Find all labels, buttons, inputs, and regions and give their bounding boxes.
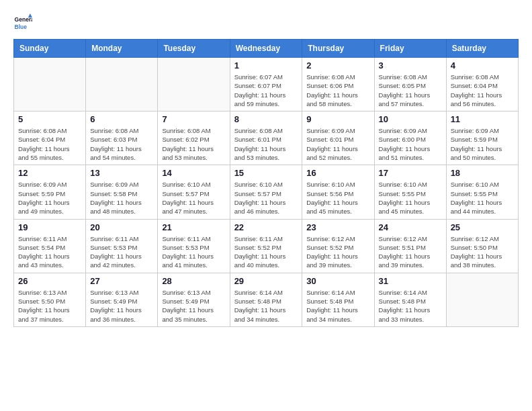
calendar-week-4: 19Sunrise: 6:11 AM Sunset: 5:54 PM Dayli… [14, 219, 519, 273]
day-number: 14 [162, 168, 225, 178]
day-detail: Sunrise: 6:11 AM Sunset: 5:54 PM Dayligh… [18, 234, 81, 270]
day-number: 20 [90, 222, 153, 232]
day-number: 12 [18, 168, 81, 178]
day-detail: Sunrise: 6:14 AM Sunset: 5:48 PM Dayligh… [234, 288, 298, 324]
day-number: 7 [162, 114, 225, 124]
day-number: 15 [234, 168, 298, 178]
day-number: 16 [306, 168, 369, 178]
day-number: 24 [379, 222, 442, 232]
calendar-cell: 14Sunrise: 6:10 AM Sunset: 5:57 PM Dayli… [158, 165, 230, 219]
day-detail: Sunrise: 6:09 AM Sunset: 5:59 PM Dayligh… [18, 180, 81, 216]
calendar-cell: 8Sunrise: 6:08 AM Sunset: 6:01 PM Daylig… [230, 111, 302, 165]
day-number: 1 [234, 60, 298, 71]
day-detail: Sunrise: 6:08 AM Sunset: 6:06 PM Dayligh… [306, 73, 369, 108]
weekday-header-row: SundayMondayTuesdayWednesdayThursdayFrid… [14, 40, 519, 58]
day-number: 10 [379, 114, 442, 124]
calendar-cell: 12Sunrise: 6:09 AM Sunset: 5:59 PM Dayli… [14, 165, 86, 219]
day-detail: Sunrise: 6:08 AM Sunset: 6:04 PM Dayligh… [451, 73, 514, 108]
day-number: 13 [90, 168, 153, 178]
calendar-cell: 24Sunrise: 6:12 AM Sunset: 5:51 PM Dayli… [374, 219, 446, 273]
calendar-cell: 23Sunrise: 6:12 AM Sunset: 5:52 PM Dayli… [302, 219, 374, 273]
svg-text:Blue: Blue [15, 24, 28, 30]
day-detail: Sunrise: 6:09 AM Sunset: 6:00 PM Dayligh… [379, 126, 442, 162]
day-number: 6 [90, 114, 153, 124]
day-detail: Sunrise: 6:08 AM Sunset: 6:05 PM Dayligh… [379, 73, 442, 108]
day-number: 19 [18, 222, 81, 232]
calendar-cell [14, 58, 86, 111]
day-detail: Sunrise: 6:08 AM Sunset: 6:01 PM Dayligh… [234, 126, 298, 162]
day-detail: Sunrise: 6:13 AM Sunset: 5:49 PM Dayligh… [90, 288, 153, 324]
calendar-cell: 9Sunrise: 6:09 AM Sunset: 6:01 PM Daylig… [302, 111, 374, 165]
calendar-cell: 20Sunrise: 6:11 AM Sunset: 5:53 PM Dayli… [86, 219, 158, 273]
day-detail: Sunrise: 6:14 AM Sunset: 5:48 PM Dayligh… [379, 288, 442, 324]
day-number: 4 [451, 60, 514, 71]
day-number: 8 [234, 114, 298, 124]
logo: General Blue [13, 13, 35, 32]
day-detail: Sunrise: 6:08 AM Sunset: 6:04 PM Dayligh… [18, 126, 81, 162]
calendar-week-3: 12Sunrise: 6:09 AM Sunset: 5:59 PM Dayli… [14, 165, 519, 219]
calendar-cell: 7Sunrise: 6:08 AM Sunset: 6:02 PM Daylig… [158, 111, 230, 165]
day-number: 17 [379, 168, 442, 178]
day-number: 27 [90, 276, 153, 286]
calendar-cell: 25Sunrise: 6:12 AM Sunset: 5:50 PM Dayli… [446, 219, 518, 273]
calendar-cell: 3Sunrise: 6:08 AM Sunset: 6:05 PM Daylig… [374, 58, 446, 111]
day-detail: Sunrise: 6:09 AM Sunset: 6:01 PM Dayligh… [306, 126, 369, 162]
day-detail: Sunrise: 6:13 AM Sunset: 5:49 PM Dayligh… [162, 288, 225, 324]
calendar-cell [86, 58, 158, 111]
calendar-cell: 17Sunrise: 6:10 AM Sunset: 5:55 PM Dayli… [374, 165, 446, 219]
calendar-cell: 18Sunrise: 6:10 AM Sunset: 5:55 PM Dayli… [446, 165, 518, 219]
weekday-header-saturday: Saturday [446, 40, 518, 58]
calendar-cell [446, 273, 518, 326]
day-detail: Sunrise: 6:11 AM Sunset: 5:53 PM Dayligh… [162, 234, 225, 270]
calendar-cell: 1Sunrise: 6:07 AM Sunset: 6:07 PM Daylig… [230, 58, 302, 111]
calendar-cell: 27Sunrise: 6:13 AM Sunset: 5:49 PM Dayli… [86, 273, 158, 326]
day-detail: Sunrise: 6:08 AM Sunset: 6:03 PM Dayligh… [90, 126, 153, 162]
day-detail: Sunrise: 6:10 AM Sunset: 5:56 PM Dayligh… [306, 180, 369, 216]
calendar-cell: 2Sunrise: 6:08 AM Sunset: 6:06 PM Daylig… [302, 58, 374, 111]
day-detail: Sunrise: 6:08 AM Sunset: 6:02 PM Dayligh… [162, 126, 225, 162]
calendar-cell: 29Sunrise: 6:14 AM Sunset: 5:48 PM Dayli… [230, 273, 302, 326]
day-number: 28 [162, 276, 225, 286]
calendar-cell: 5Sunrise: 6:08 AM Sunset: 6:04 PM Daylig… [14, 111, 86, 165]
calendar-cell: 10Sunrise: 6:09 AM Sunset: 6:00 PM Dayli… [374, 111, 446, 165]
calendar-cell: 16Sunrise: 6:10 AM Sunset: 5:56 PM Dayli… [302, 165, 374, 219]
day-detail: Sunrise: 6:09 AM Sunset: 5:59 PM Dayligh… [451, 126, 514, 162]
day-number: 2 [306, 60, 369, 71]
day-number: 18 [451, 168, 514, 178]
calendar-week-1: 1Sunrise: 6:07 AM Sunset: 6:07 PM Daylig… [14, 58, 519, 111]
day-number: 26 [18, 276, 81, 286]
weekday-header-friday: Friday [374, 40, 446, 58]
calendar-cell: 26Sunrise: 6:13 AM Sunset: 5:50 PM Dayli… [14, 273, 86, 326]
calendar-cell: 28Sunrise: 6:13 AM Sunset: 5:49 PM Dayli… [158, 273, 230, 326]
day-detail: Sunrise: 6:12 AM Sunset: 5:52 PM Dayligh… [306, 234, 369, 270]
calendar-week-5: 26Sunrise: 6:13 AM Sunset: 5:50 PM Dayli… [14, 273, 519, 326]
day-number: 25 [451, 222, 514, 232]
day-detail: Sunrise: 6:11 AM Sunset: 5:53 PM Dayligh… [90, 234, 153, 270]
logo-icon: General Blue [13, 13, 32, 32]
day-detail: Sunrise: 6:07 AM Sunset: 6:07 PM Dayligh… [234, 73, 298, 108]
day-detail: Sunrise: 6:10 AM Sunset: 5:57 PM Dayligh… [162, 180, 225, 216]
header: General Blue [13, 13, 519, 32]
day-number: 22 [234, 222, 298, 232]
day-detail: Sunrise: 6:09 AM Sunset: 5:58 PM Dayligh… [90, 180, 153, 216]
day-detail: Sunrise: 6:10 AM Sunset: 5:57 PM Dayligh… [234, 180, 298, 216]
calendar: SundayMondayTuesdayWednesdayThursdayFrid… [13, 39, 519, 327]
calendar-cell: 22Sunrise: 6:11 AM Sunset: 5:52 PM Dayli… [230, 219, 302, 273]
calendar-cell: 6Sunrise: 6:08 AM Sunset: 6:03 PM Daylig… [86, 111, 158, 165]
day-detail: Sunrise: 6:10 AM Sunset: 5:55 PM Dayligh… [379, 180, 442, 216]
day-detail: Sunrise: 6:14 AM Sunset: 5:48 PM Dayligh… [306, 288, 369, 324]
calendar-cell: 21Sunrise: 6:11 AM Sunset: 5:53 PM Dayli… [158, 219, 230, 273]
day-detail: Sunrise: 6:10 AM Sunset: 5:55 PM Dayligh… [451, 180, 514, 216]
calendar-cell [158, 58, 230, 111]
day-detail: Sunrise: 6:11 AM Sunset: 5:52 PM Dayligh… [234, 234, 298, 270]
weekday-header-monday: Monday [86, 40, 158, 58]
day-detail: Sunrise: 6:12 AM Sunset: 5:51 PM Dayligh… [379, 234, 442, 270]
day-number: 23 [306, 222, 369, 232]
day-number: 3 [379, 60, 442, 71]
weekday-header-tuesday: Tuesday [158, 40, 230, 58]
weekday-header-wednesday: Wednesday [230, 40, 302, 58]
day-number: 30 [306, 276, 369, 286]
weekday-header-thursday: Thursday [302, 40, 374, 58]
calendar-week-2: 5Sunrise: 6:08 AM Sunset: 6:04 PM Daylig… [14, 111, 519, 165]
calendar-cell: 15Sunrise: 6:10 AM Sunset: 5:57 PM Dayli… [230, 165, 302, 219]
